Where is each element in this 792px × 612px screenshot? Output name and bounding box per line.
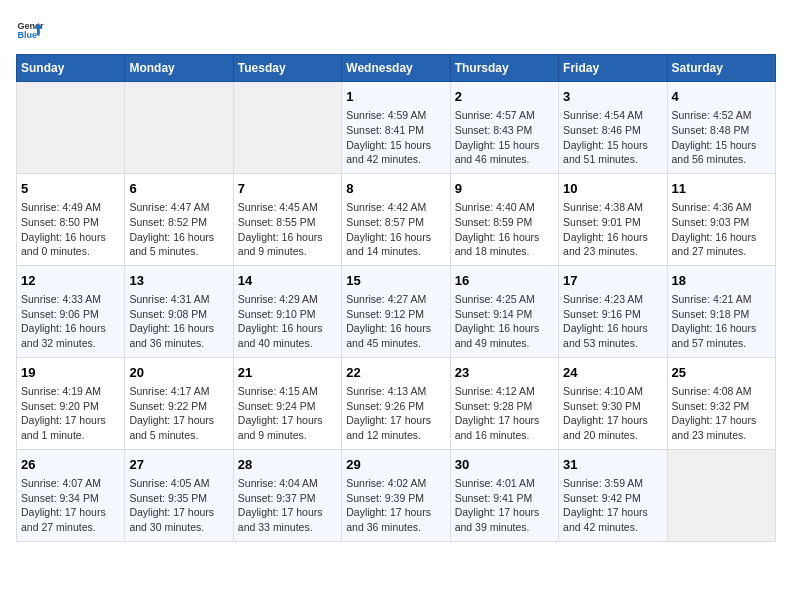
sunset-text: Sunset: 9:03 PM: [672, 215, 771, 230]
cell-w3-d1: 13Sunrise: 4:31 AMSunset: 9:08 PMDayligh…: [125, 265, 233, 357]
daylight-text: Daylight: 17 hours and 33 minutes.: [238, 505, 337, 534]
sunset-text: Sunset: 9:08 PM: [129, 307, 228, 322]
sunrise-text: Sunrise: 4:25 AM: [455, 292, 554, 307]
sunset-text: Sunset: 9:28 PM: [455, 399, 554, 414]
cell-w4-d4: 23Sunrise: 4:12 AMSunset: 9:28 PMDayligh…: [450, 357, 558, 449]
daylight-text: Daylight: 16 hours and 27 minutes.: [672, 230, 771, 259]
day-number: 3: [563, 88, 662, 106]
sunrise-text: Sunrise: 4:19 AM: [21, 384, 120, 399]
day-number: 28: [238, 456, 337, 474]
sunrise-text: Sunrise: 4:40 AM: [455, 200, 554, 215]
sunset-text: Sunset: 9:24 PM: [238, 399, 337, 414]
sunset-text: Sunset: 8:43 PM: [455, 123, 554, 138]
cell-w2-d6: 11Sunrise: 4:36 AMSunset: 9:03 PMDayligh…: [667, 173, 775, 265]
sunrise-text: Sunrise: 4:13 AM: [346, 384, 445, 399]
sunrise-text: Sunrise: 4:59 AM: [346, 108, 445, 123]
daylight-text: Daylight: 16 hours and 32 minutes.: [21, 321, 120, 350]
daylight-text: Daylight: 17 hours and 27 minutes.: [21, 505, 120, 534]
header-tuesday: Tuesday: [233, 55, 341, 82]
cell-w5-d5: 31Sunrise: 3:59 AMSunset: 9:42 PMDayligh…: [559, 449, 667, 541]
day-number: 16: [455, 272, 554, 290]
cell-w4-d6: 25Sunrise: 4:08 AMSunset: 9:32 PMDayligh…: [667, 357, 775, 449]
daylight-text: Daylight: 16 hours and 0 minutes.: [21, 230, 120, 259]
svg-text:Blue: Blue: [17, 30, 37, 40]
cell-w3-d2: 14Sunrise: 4:29 AMSunset: 9:10 PMDayligh…: [233, 265, 341, 357]
sunrise-text: Sunrise: 4:17 AM: [129, 384, 228, 399]
daylight-text: Daylight: 17 hours and 39 minutes.: [455, 505, 554, 534]
daylight-text: Daylight: 15 hours and 51 minutes.: [563, 138, 662, 167]
day-number: 31: [563, 456, 662, 474]
daylight-text: Daylight: 17 hours and 20 minutes.: [563, 413, 662, 442]
sunrise-text: Sunrise: 4:47 AM: [129, 200, 228, 215]
cell-w5-d6: [667, 449, 775, 541]
day-number: 1: [346, 88, 445, 106]
day-number: 14: [238, 272, 337, 290]
cell-w2-d4: 9Sunrise: 4:40 AMSunset: 8:59 PMDaylight…: [450, 173, 558, 265]
cell-w4-d1: 20Sunrise: 4:17 AMSunset: 9:22 PMDayligh…: [125, 357, 233, 449]
day-number: 26: [21, 456, 120, 474]
cell-w5-d4: 30Sunrise: 4:01 AMSunset: 9:41 PMDayligh…: [450, 449, 558, 541]
day-number: 4: [672, 88, 771, 106]
cell-w5-d3: 29Sunrise: 4:02 AMSunset: 9:39 PMDayligh…: [342, 449, 450, 541]
sunset-text: Sunset: 9:06 PM: [21, 307, 120, 322]
daylight-text: Daylight: 16 hours and 49 minutes.: [455, 321, 554, 350]
cell-w4-d5: 24Sunrise: 4:10 AMSunset: 9:30 PMDayligh…: [559, 357, 667, 449]
sunset-text: Sunset: 9:20 PM: [21, 399, 120, 414]
cell-w2-d2: 7Sunrise: 4:45 AMSunset: 8:55 PMDaylight…: [233, 173, 341, 265]
daylight-text: Daylight: 17 hours and 9 minutes.: [238, 413, 337, 442]
daylight-text: Daylight: 17 hours and 1 minute.: [21, 413, 120, 442]
daylight-text: Daylight: 16 hours and 5 minutes.: [129, 230, 228, 259]
header-monday: Monday: [125, 55, 233, 82]
cell-w3-d0: 12Sunrise: 4:33 AMSunset: 9:06 PMDayligh…: [17, 265, 125, 357]
daylight-text: Daylight: 16 hours and 36 minutes.: [129, 321, 228, 350]
cell-w3-d6: 18Sunrise: 4:21 AMSunset: 9:18 PMDayligh…: [667, 265, 775, 357]
header-wednesday: Wednesday: [342, 55, 450, 82]
cell-w4-d2: 21Sunrise: 4:15 AMSunset: 9:24 PMDayligh…: [233, 357, 341, 449]
logo: General Blue: [16, 16, 44, 44]
days-header-row: SundayMondayTuesdayWednesdayThursdayFrid…: [17, 55, 776, 82]
sunset-text: Sunset: 8:52 PM: [129, 215, 228, 230]
daylight-text: Daylight: 16 hours and 45 minutes.: [346, 321, 445, 350]
sunset-text: Sunset: 8:50 PM: [21, 215, 120, 230]
week-row-2: 5Sunrise: 4:49 AMSunset: 8:50 PMDaylight…: [17, 173, 776, 265]
day-number: 19: [21, 364, 120, 382]
day-number: 20: [129, 364, 228, 382]
cell-w5-d1: 27Sunrise: 4:05 AMSunset: 9:35 PMDayligh…: [125, 449, 233, 541]
sunset-text: Sunset: 9:01 PM: [563, 215, 662, 230]
sunrise-text: Sunrise: 4:33 AM: [21, 292, 120, 307]
sunset-text: Sunset: 9:22 PM: [129, 399, 228, 414]
sunset-text: Sunset: 8:57 PM: [346, 215, 445, 230]
cell-w3-d3: 15Sunrise: 4:27 AMSunset: 9:12 PMDayligh…: [342, 265, 450, 357]
daylight-text: Daylight: 16 hours and 23 minutes.: [563, 230, 662, 259]
sunrise-text: Sunrise: 4:29 AM: [238, 292, 337, 307]
sunset-text: Sunset: 9:14 PM: [455, 307, 554, 322]
sunrise-text: Sunrise: 4:42 AM: [346, 200, 445, 215]
day-number: 18: [672, 272, 771, 290]
day-number: 9: [455, 180, 554, 198]
week-row-5: 26Sunrise: 4:07 AMSunset: 9:34 PMDayligh…: [17, 449, 776, 541]
cell-w1-d6: 4Sunrise: 4:52 AMSunset: 8:48 PMDaylight…: [667, 82, 775, 174]
week-row-4: 19Sunrise: 4:19 AMSunset: 9:20 PMDayligh…: [17, 357, 776, 449]
header-thursday: Thursday: [450, 55, 558, 82]
daylight-text: Daylight: 17 hours and 23 minutes.: [672, 413, 771, 442]
cell-w5-d2: 28Sunrise: 4:04 AMSunset: 9:37 PMDayligh…: [233, 449, 341, 541]
sunset-text: Sunset: 9:18 PM: [672, 307, 771, 322]
day-number: 11: [672, 180, 771, 198]
day-number: 25: [672, 364, 771, 382]
page-header: General Blue: [16, 16, 776, 44]
sunrise-text: Sunrise: 4:52 AM: [672, 108, 771, 123]
sunset-text: Sunset: 8:59 PM: [455, 215, 554, 230]
sunrise-text: Sunrise: 4:31 AM: [129, 292, 228, 307]
daylight-text: Daylight: 15 hours and 56 minutes.: [672, 138, 771, 167]
day-number: 6: [129, 180, 228, 198]
sunrise-text: Sunrise: 4:23 AM: [563, 292, 662, 307]
sunset-text: Sunset: 9:35 PM: [129, 491, 228, 506]
daylight-text: Daylight: 17 hours and 16 minutes.: [455, 413, 554, 442]
day-number: 17: [563, 272, 662, 290]
day-number: 15: [346, 272, 445, 290]
sunset-text: Sunset: 8:41 PM: [346, 123, 445, 138]
day-number: 24: [563, 364, 662, 382]
daylight-text: Daylight: 16 hours and 14 minutes.: [346, 230, 445, 259]
cell-w2-d1: 6Sunrise: 4:47 AMSunset: 8:52 PMDaylight…: [125, 173, 233, 265]
day-number: 23: [455, 364, 554, 382]
